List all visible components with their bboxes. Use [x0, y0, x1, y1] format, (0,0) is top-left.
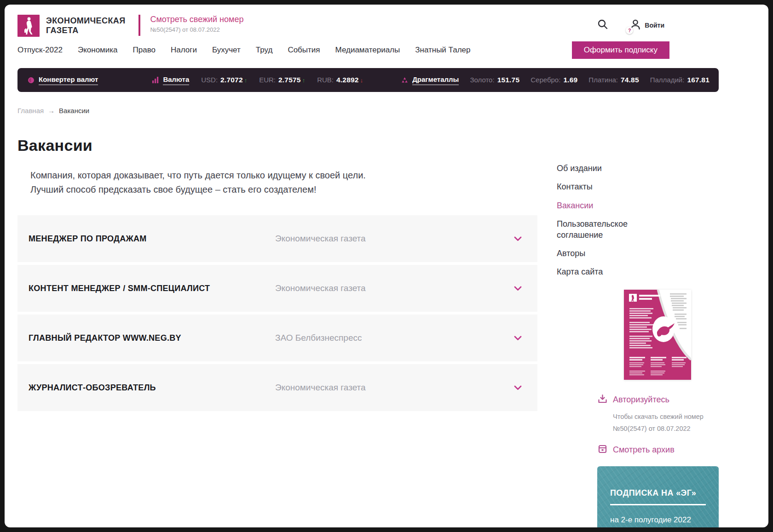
site-header: ЭКОНОМИЧЕСКАЯ ГАЗЕТА Смотреть свежий ном…: [17, 5, 719, 59]
chevron-down-icon: [514, 236, 522, 241]
vacancy-title: ЖУРНАЛИСТ-ОБОЗРЕВАТЕЛЬ: [29, 383, 275, 393]
subscription-subtitle: на 2-е полугодие 2022 года: [610, 515, 708, 527]
vacancy-row-editor[interactable]: ГЛАВНЫЙ РЕДАКТОР WWW.NEG.BY ЗАО Белбизне…: [17, 315, 537, 361]
login-button[interactable]: ? Войти: [629, 18, 664, 32]
metal-gold: Золото: 151.75: [470, 76, 519, 84]
metal-value: 151.75: [497, 76, 520, 84]
vacancy-company: Экономическая газета: [275, 234, 514, 244]
currency-link: Валюта: [163, 75, 189, 85]
converter-link: Конвертер валют: [39, 75, 98, 85]
pyramid-triangles-icon: [401, 77, 408, 83]
fresh-issue-block: Смотреть свежий номер №50(2547) от 08.07…: [150, 15, 244, 33]
sidebar-item-contacts[interactable]: Контакты: [557, 182, 636, 192]
search-button[interactable]: [597, 18, 609, 32]
subscription-title: ПОДПИСКА НА «ЭГ»: [610, 488, 708, 498]
breadcrumb: Главная → Вакансии: [17, 107, 719, 114]
down-arrow-icon: ↓: [360, 77, 363, 84]
page-title: Вакансии: [17, 137, 537, 154]
nav-item-trud[interactable]: Труд: [256, 46, 273, 55]
vacancy-company: ЗАО Белбизнеспресс: [275, 333, 514, 343]
authorize-link-label: Авторизуйтесь: [613, 395, 669, 405]
sidebar-item-about[interactable]: Об издании: [557, 163, 636, 174]
quote-eur: EUR: 2.7575 ↑: [259, 76, 305, 84]
metal-label: Платина:: [588, 76, 618, 84]
nav-item-otpusk[interactable]: Отпуск-2022: [17, 46, 63, 55]
vacancy-title: ГЛАВНЫЙ РЕДАКТОР WWW.NEG.BY: [29, 333, 275, 343]
sidebar: Об издании Контакты Вакансии Пользовател…: [557, 130, 719, 527]
nav-item-ekonomika[interactable]: Экономика: [78, 46, 118, 55]
metal-label: Палладий:: [650, 76, 685, 84]
sidebar-item-vacancies[interactable]: Вакансии: [557, 200, 636, 211]
quote-label: RUB:: [317, 76, 334, 84]
metal-value: 1.69: [563, 76, 577, 84]
vacancy-row-manager[interactable]: МЕНЕДЖЕР ПО ПРОДАЖАМ Экономическая газет…: [17, 215, 537, 262]
bar-chart-icon: [152, 77, 159, 83]
chevron-down-icon: [514, 336, 522, 341]
vacancy-title: МЕНЕДЖЕР ПО ПРОДАЖАМ: [29, 234, 275, 244]
authorize-link[interactable]: Авторизуйтесь: [597, 394, 721, 406]
download-note-line-1: Чтобы скачать свежий номер: [613, 411, 721, 423]
metals-link: Драгметаллы: [412, 75, 459, 85]
search-icon: [597, 18, 609, 32]
metal-silver: Серебро: 1.69: [531, 76, 577, 84]
up-arrow-icon: ↑: [244, 77, 248, 84]
intro-text: Компания, которая доказывает, что путь д…: [30, 168, 537, 197]
login-label: Войти: [645, 22, 664, 29]
metal-label: Серебро:: [531, 76, 560, 84]
currency-link-group[interactable]: Валюта: [152, 75, 189, 85]
sidebar-item-sitemap[interactable]: Карта сайта: [557, 267, 636, 277]
newspaper-cover-image[interactable]: [624, 290, 691, 380]
main-nav: Отпуск-2022 Экономика Право Налоги Бухуч…: [17, 46, 471, 55]
quote-label: EUR:: [259, 76, 276, 84]
vacancy-company: Экономическая газета: [275, 283, 514, 293]
rates-ticker-bar: Конвертер валют Валюта USD: 2.7072 ↑: [17, 68, 719, 92]
intro-line-1: Компания, которая доказывает, что путь д…: [30, 168, 537, 183]
currency-converter-link-group[interactable]: Конвертер валют: [28, 75, 98, 85]
nav-item-buhuchet[interactable]: Бухучет: [212, 46, 241, 55]
quote-label: USD:: [201, 76, 218, 84]
metal-label: Золото:: [470, 76, 494, 84]
fresh-issue-link[interactable]: Смотреть свежий номер: [150, 15, 244, 24]
quote-rub: RUB: 4.2892 ↓: [317, 76, 363, 84]
chevron-down-icon: [514, 286, 522, 291]
sidebar-item-agreement[interactable]: Пользовательское соглашение: [557, 219, 636, 240]
intro-line-2: Лучший способ предсказать свое будущее –…: [30, 183, 537, 197]
nav-item-pravo[interactable]: Право: [133, 46, 156, 55]
brand-name: ЭКОНОМИЧЕСКАЯ ГАЗЕТА: [46, 16, 126, 35]
nav-item-taler[interactable]: Знатный Талер: [415, 46, 470, 55]
download-note: Чтобы скачать свежий номер №50(2547) от …: [613, 411, 721, 435]
breadcrumb-current: Вакансии: [59, 107, 89, 114]
nav-item-nalogi[interactable]: Налоги: [171, 46, 197, 55]
issue-number: №50(2547) от 08.07.2022: [150, 26, 244, 33]
metal-value: 74.85: [621, 76, 639, 84]
vacancy-row-smm[interactable]: КОНТЕНТ МЕНЕДЖЕР / SMM-СПЕЦИАЛИСТ Эконом…: [17, 265, 537, 312]
archive-link[interactable]: Смотреть архив: [597, 444, 721, 456]
quote-value: 2.7575: [278, 76, 301, 84]
subscription-banner[interactable]: ПОДПИСКА НА «ЭГ» на 2-е полугодие 2022 г…: [597, 466, 719, 527]
metals-link-group[interactable]: Драгметаллы: [401, 75, 459, 85]
nav-item-media[interactable]: Медиаматериалы: [335, 46, 400, 55]
brand-logo[interactable]: ЭКОНОМИЧЕСКАЯ ГАЗЕТА: [17, 15, 126, 37]
download-icon: [597, 394, 608, 406]
metal-palladium: Палладий: 167.81: [650, 76, 710, 84]
coin-icon: [28, 77, 35, 84]
metal-platinum: Платина: 74.85: [588, 76, 639, 84]
page: ЭКОНОМИЧЕСКАЯ ГАЗЕТА Смотреть свежий ном…: [5, 5, 768, 527]
sidebar-menu: Об издании Контакты Вакансии Пользовател…: [557, 163, 719, 278]
newspaper-logo-icon: [17, 15, 40, 37]
quote-value: 2.7072: [220, 76, 243, 84]
breadcrumb-home-link[interactable]: Главная: [17, 107, 44, 114]
up-arrow-icon: ↑: [302, 77, 306, 84]
vacancy-title: КОНТЕНТ МЕНЕДЖЕР / SMM-СПЕЦИАЛИСТ: [29, 284, 275, 293]
subscription-underline: [610, 504, 706, 505]
login-question-badge: ?: [626, 27, 633, 34]
vacancy-list: МЕНЕДЖЕР ПО ПРОДАЖАМ Экономическая газет…: [17, 215, 537, 411]
archive-box-icon: [597, 444, 608, 456]
nav-item-sobytiya[interactable]: События: [288, 46, 320, 55]
vacancy-row-journalist[interactable]: ЖУРНАЛИСТ-ОБОЗРЕВАТЕЛЬ Экономическая газ…: [17, 364, 537, 411]
subscribe-button[interactable]: Оформить подписку: [572, 41, 669, 59]
vacancy-company: Экономическая газета: [275, 383, 514, 393]
chevron-down-icon: [514, 385, 522, 390]
sidebar-item-authors[interactable]: Авторы: [557, 248, 636, 259]
metal-value: 167.81: [687, 76, 710, 84]
